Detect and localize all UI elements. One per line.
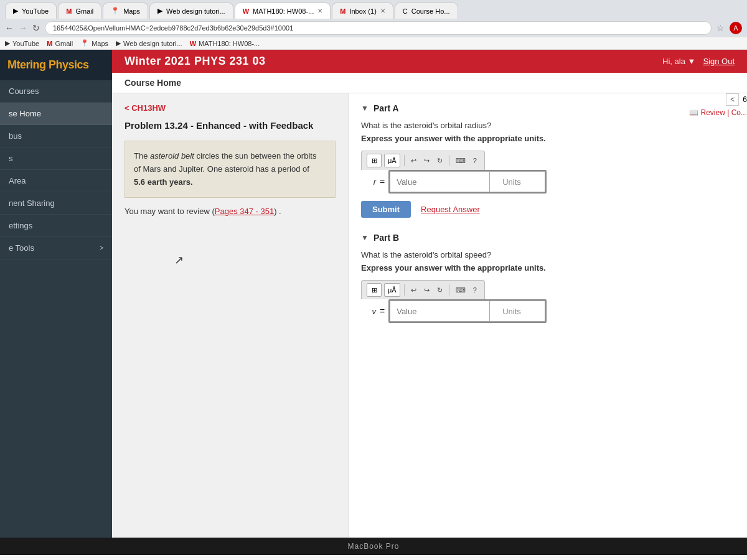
sidebar-item-s[interactable]: s xyxy=(0,147,112,170)
part-a-equals: = xyxy=(380,177,385,187)
tab-gmail[interactable]: M Gmail xyxy=(58,2,101,19)
matrix-icon-b: ⊞ xyxy=(372,286,377,294)
redo-icon-b[interactable]: ↪ xyxy=(421,285,432,296)
request-answer-link[interactable]: Request Answer xyxy=(421,205,480,214)
sign-out-link[interactable]: Sign Out xyxy=(703,57,735,66)
part-a-toolbar: ⊞ μÅ ↩ ↪ ↻ ⌨ ? xyxy=(361,151,485,170)
toolbar-separator-2 xyxy=(449,155,449,166)
bookmark-star-icon[interactable]: ☆ xyxy=(716,23,725,33)
hint-link[interactable]: Pages 347 - 351 xyxy=(215,207,274,216)
refresh-icon[interactable]: ↻ xyxy=(435,156,445,166)
maps-icon: 📍 xyxy=(111,7,120,15)
help-icon[interactable]: ? xyxy=(471,156,479,166)
prev-page-button[interactable]: < xyxy=(726,93,739,106)
part-b-input-box: Units xyxy=(388,299,547,323)
sidebar-item-sharing[interactable]: nent Sharing xyxy=(0,192,112,215)
bookmark-webdesign[interactable]: ▶ Web design tutori... xyxy=(116,39,182,47)
undo-icon[interactable]: ↩ xyxy=(408,156,419,166)
bookmark-maps[interactable]: 📍 Maps xyxy=(80,39,108,47)
sidebar: Mtering Physics Courses se Home bus s Ar… xyxy=(0,50,112,538)
tools-chevron-icon: > xyxy=(100,245,103,251)
help-icon-b[interactable]: ? xyxy=(471,285,479,295)
redo-icon[interactable]: ↪ xyxy=(421,156,432,166)
part-a-units-display[interactable]: Units xyxy=(489,171,545,192)
micro-angstrom-button-b[interactable]: μÅ xyxy=(384,283,400,297)
tab-math180[interactable]: W MATH180: HW08-... ✕ xyxy=(235,2,331,19)
bookmark-math[interactable]: W MATH180: HW08-... xyxy=(190,40,260,47)
left-panel: < CH13HW Problem 13.24 - Enhanced - with… xyxy=(112,93,349,538)
forward-button[interactable]: → xyxy=(19,23,27,33)
header-right: Hi, ala ▼ Sign Out xyxy=(662,57,735,66)
undo-icon-b[interactable]: ↩ xyxy=(408,285,419,296)
back-button[interactable]: ← xyxy=(5,23,14,33)
part-a-answer-row: r = Units xyxy=(361,170,735,194)
reload-button[interactable]: ↻ xyxy=(32,23,40,33)
user-greeting: Hi, ala ▼ xyxy=(662,57,695,66)
part-a-instruction: Express your answer with the appropriate… xyxy=(361,134,735,143)
sidebar-item-settings[interactable]: ettings xyxy=(0,215,112,237)
cursor-arrow: ↗ xyxy=(174,253,336,267)
tab-webdesign[interactable]: ▶ Web design tutori... xyxy=(149,2,233,19)
matrix-button-b[interactable]: ⊞ xyxy=(367,283,382,297)
sidebar-item-bus[interactable]: bus xyxy=(0,125,112,147)
gmail-bookmark-icon: M xyxy=(47,40,52,47)
chevron-down-icon[interactable]: ▼ xyxy=(688,57,696,66)
part-b-header: ▼ Part B xyxy=(361,233,735,243)
tab-maps[interactable]: 📍 Maps xyxy=(103,2,148,19)
toolbar-separator-b2 xyxy=(449,284,449,296)
sidebar-item-tools[interactable]: e Tools > xyxy=(0,237,112,259)
part-b-collapse-button[interactable]: ▼ xyxy=(361,233,369,242)
webdesign-bookmark-icon: ▶ xyxy=(116,39,121,47)
tab-youtube[interactable]: ▶ YouTube xyxy=(5,2,57,19)
sub-header: Course Home xyxy=(112,73,747,93)
part-a-value-input[interactable] xyxy=(390,171,489,192)
submit-button[interactable]: Submit xyxy=(361,201,411,218)
part-b-units-display[interactable]: Units xyxy=(489,301,545,322)
problem-title: Problem 13.24 - Enhanced - with Feedback xyxy=(125,120,336,131)
micro-angstrom-button[interactable]: μÅ xyxy=(384,154,400,167)
content-area: Winter 2021 PHYS 231 03 Hi, ala ▼ Sign O… xyxy=(112,50,747,538)
part-b-equals: = xyxy=(380,306,385,316)
part-b-instruction: Express your answer with the appropriate… xyxy=(361,263,735,273)
part-b-value-input[interactable] xyxy=(390,301,489,322)
sidebar-item-area[interactable]: Area xyxy=(0,170,112,192)
hint-text: You may want to review (Pages 347 - 351)… xyxy=(125,207,336,216)
header-title: Winter 2021 PHYS 231 03 xyxy=(125,55,265,68)
refresh-icon-b[interactable]: ↻ xyxy=(435,285,445,296)
close-tab-inbox[interactable]: ✕ xyxy=(380,7,385,14)
browser-tabs: ▶ YouTube M Gmail 📍 Maps ▶ Web design tu… xyxy=(0,0,747,19)
sidebar-logo: Mtering Physics xyxy=(0,50,112,80)
part-a-label: Part A xyxy=(374,103,399,113)
matrix-icon: ⊞ xyxy=(372,157,377,165)
youtube-bookmark-icon: ▶ xyxy=(5,39,10,47)
url-input[interactable]: 16544025&OpenVellumHMAC=2edceb9788c2d7ed… xyxy=(45,21,712,35)
page-number: 6 xyxy=(743,95,747,104)
bookmark-youtube[interactable]: ▶ YouTube xyxy=(5,39,39,47)
keyboard-icon-b[interactable]: ⌨ xyxy=(453,285,468,296)
part-a-question: What is the asteroid's orbital radius? xyxy=(361,121,735,130)
part-a-section: ▼ Part A What is the asteroid's orbital … xyxy=(361,103,735,218)
math-icon: W xyxy=(243,7,249,15)
close-tab-math[interactable]: ✕ xyxy=(317,7,322,14)
matrix-button[interactable]: ⊞ xyxy=(367,154,382,167)
inbox-icon: M xyxy=(340,7,345,15)
sidebar-item-courses[interactable]: Courses xyxy=(0,80,112,103)
sidebar-item-course-home[interactable]: se Home xyxy=(0,103,112,125)
webdesign-icon: ▶ xyxy=(157,7,162,15)
bookmark-gmail[interactable]: M Gmail xyxy=(47,40,73,47)
top-header: Winter 2021 PHYS 231 03 Hi, ala ▼ Sign O… xyxy=(112,50,747,73)
maps-bookmark-icon: 📍 xyxy=(80,39,89,47)
right-panel: < 6 📖 Review | Co... ▼ Part A What is th… xyxy=(349,93,747,538)
part-b-answer-row: v = Units xyxy=(361,299,735,323)
problem-description: The asteroid belt circles the sun betwee… xyxy=(125,141,336,198)
bookmarks-bar: ▶ YouTube M Gmail 📍 Maps ▶ Web design tu… xyxy=(0,37,747,50)
tab-inbox[interactable]: M Inbox (1) ✕ xyxy=(332,2,393,19)
part-b-variable: v xyxy=(361,307,376,316)
part-a-collapse-button[interactable]: ▼ xyxy=(361,104,369,113)
keyboard-icon[interactable]: ⌨ xyxy=(453,156,468,166)
review-link[interactable]: 📖 Review | Co... xyxy=(689,108,747,117)
math-bookmark-icon: W xyxy=(190,40,196,47)
breadcrumb[interactable]: < CH13HW xyxy=(125,103,336,113)
profile-icon[interactable]: A xyxy=(730,22,742,34)
tab-courseho[interactable]: C Course Ho... xyxy=(395,2,458,19)
